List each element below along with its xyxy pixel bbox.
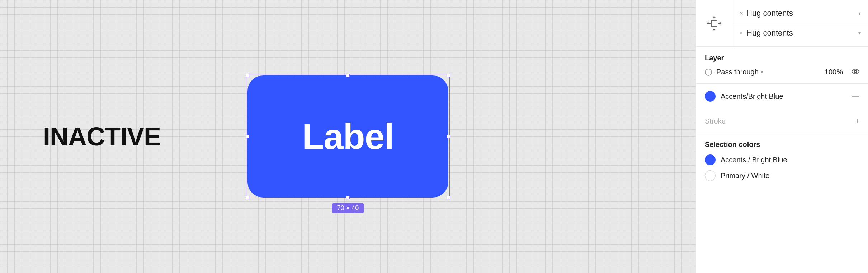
handle-top-right[interactable] [447,74,450,77]
visibility-toggle[interactable] [852,68,859,76]
fill-section: Accents/Bright Blue — [696,84,868,109]
stroke-section: Stroke + [696,109,868,133]
hug-row-1[interactable]: ✕ Hug contents ▾ [732,4,868,23]
fill-remove-btn[interactable]: — [852,92,859,101]
selected-element-wrapper: Label 70 × 40 [246,74,450,199]
button-element[interactable]: Label [247,75,448,198]
svg-point-5 [854,70,857,73]
selection-box: Label 70 × 40 [246,74,450,199]
blend-mode-circle-icon [705,69,712,76]
layer-section: Layer Pass through ▾ 100% [696,47,868,84]
right-panel: ✕ Hug contents ▾ ✕ Hug contents ▾ Layer … [696,0,868,273]
sel-color-swatch-white [705,170,716,181]
hug-text-2: Hug contents [746,28,858,38]
size-badge: 70 × 40 [332,203,364,213]
opacity-value[interactable]: 100% [825,68,843,76]
hug-contents-section: ✕ Hug contents ▾ ✕ Hug contents ▾ [732,0,868,46]
selection-colors-title: Selection colors [705,140,859,149]
handle-top-left[interactable] [246,74,249,77]
panel-scroll-area [696,188,868,273]
blend-mode-dropdown[interactable]: Pass through ▾ [716,68,820,76]
sel-color-swatch-blue [705,154,716,165]
blend-mode-chevron: ▾ [761,69,763,75]
handle-bot-left[interactable] [246,196,249,199]
sel-color-name-2: Primary / White [721,172,770,180]
layout-icon-box [696,0,732,46]
selection-colors-section: Selection colors Accents / Bright Blue P… [696,133,868,188]
handle-bot-mid[interactable] [346,196,350,199]
handle-bot-right[interactable] [447,196,450,199]
stroke-add-btn[interactable]: + [855,116,859,126]
handle-mid-right[interactable] [447,135,450,138]
fill-row: Accents/Bright Blue — [705,91,859,102]
layer-section-title: Layer [705,54,859,62]
button-label-text: Label [302,116,394,157]
panel-top: ✕ Hug contents ▾ ✕ Hug contents ▾ [696,0,868,47]
canvas-area: INACTIVE Label 70 × 40 [0,0,696,273]
sel-color-row-2[interactable]: Primary / White [705,170,859,181]
hug-cross-icon-2: ✕ [739,30,744,36]
stroke-section-title: Stroke [705,117,726,125]
sel-color-name-1: Accents / Bright Blue [721,156,787,164]
handle-top-mid[interactable] [346,74,350,77]
inactive-label: INACTIVE [43,122,161,151]
fill-color-name: Accents/Bright Blue [721,92,846,101]
hug-chevron-2: ▾ [858,30,861,36]
fill-color-swatch[interactable] [705,91,716,102]
handle-mid-left[interactable] [246,135,249,138]
hug-text-1: Hug contents [746,9,858,18]
hug-row-2[interactable]: ✕ Hug contents ▾ [732,23,868,43]
blend-mode-label: Pass through [716,68,759,76]
sel-color-row-1[interactable]: Accents / Bright Blue [705,154,859,165]
layer-row: Pass through ▾ 100% [705,68,859,76]
hug-chevron-1: ▾ [858,10,861,16]
layout-resize-icon [706,15,723,32]
svg-rect-0 [711,20,717,26]
hug-cross-icon-1: ✕ [739,10,744,16]
